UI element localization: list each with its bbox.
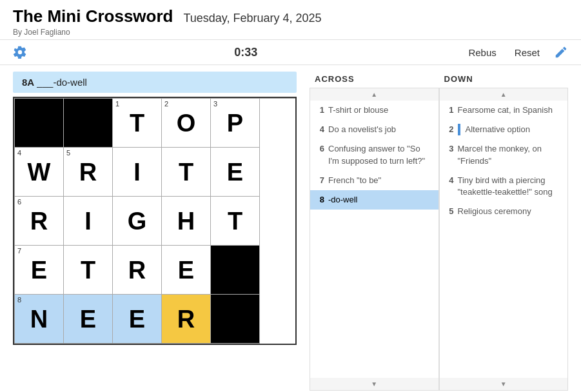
- cell-letter: W: [28, 160, 51, 184]
- clue-number: 8: [315, 194, 324, 206]
- across-scroll-down[interactable]: ▼: [310, 378, 439, 391]
- cell-letter: I: [133, 160, 141, 184]
- crossword-grid[interactable]: 1T2O3P4W5RITE6RIGHT7ETRE8NEER: [13, 97, 297, 345]
- cell-letter: N: [30, 307, 48, 331]
- clue-number: 3: [445, 143, 454, 155]
- timer: 0:33: [234, 46, 257, 59]
- clue-number: 4: [315, 124, 324, 135]
- across-clue-6[interactable]: 6Confusing answer to "So I'm supposed to…: [310, 139, 438, 170]
- clue-text: T-shirt or blouse: [328, 104, 433, 116]
- grid-cell-2-1[interactable]: I: [64, 197, 113, 246]
- cell-letter: I: [84, 209, 92, 233]
- grid-cell-2-0[interactable]: 6R: [15, 197, 64, 246]
- across-panel: ACROSS ▲ 1T-shirt or blouse4Do a novelis…: [310, 72, 439, 392]
- cell-letter: T: [179, 160, 193, 184]
- cell-number: 2: [164, 101, 168, 108]
- header: The Mini Crossword Tuesday, February 4, …: [0, 0, 581, 65]
- cell-number: 1: [115, 101, 119, 108]
- rebus-button[interactable]: Rebus: [464, 46, 500, 59]
- cell-letter: O: [177, 111, 196, 135]
- toolbar-left: [13, 45, 27, 59]
- cell-letter: T: [130, 111, 144, 135]
- grid-cell-0-3[interactable]: 2O: [162, 99, 211, 148]
- cell-number: 5: [66, 150, 70, 157]
- grid-cell-3-2[interactable]: R: [113, 246, 162, 295]
- grid-cell-3-0[interactable]: 7E: [15, 246, 64, 295]
- down-clue-3[interactable]: 3Marcel the monkey, on "Friends": [440, 139, 568, 170]
- clue-text: Tiny bird with a piercing "teakettle-tea…: [458, 175, 563, 198]
- across-clue-7[interactable]: 7French "to be": [310, 171, 438, 190]
- cell-letter: R: [128, 258, 146, 282]
- grid-cell-0-2[interactable]: 1T: [113, 99, 162, 148]
- grid-cell-2-4[interactable]: T: [211, 197, 260, 246]
- across-clue-8[interactable]: 8-do-well: [310, 190, 438, 210]
- clue-number: 5: [445, 206, 454, 217]
- cell-letter: T: [81, 258, 95, 282]
- grid-cell-4-4: [211, 295, 260, 344]
- clue-text: French "to be": [328, 175, 433, 186]
- clue-number: 2: [445, 124, 454, 135]
- down-clue-4[interactable]: 4Tiny bird with a piercing "teakettle-te…: [440, 171, 568, 202]
- clue-active-bar: [458, 124, 460, 135]
- cell-letter: H: [177, 209, 195, 233]
- grid-cell-2-3[interactable]: H: [162, 197, 211, 246]
- across-clue-4[interactable]: 4Do a novelist's job: [310, 120, 438, 139]
- clue-number: 1: [315, 104, 324, 116]
- clue-banner: 8A ___-do-well: [13, 72, 297, 93]
- grid-cell-4-1[interactable]: E: [64, 295, 113, 344]
- cell-letter: T: [228, 209, 242, 233]
- cell-letter: R: [79, 160, 97, 184]
- grid-cell-4-2[interactable]: E: [113, 295, 162, 344]
- grid-cell-2-2[interactable]: G: [113, 197, 162, 246]
- main-content: 8A ___-do-well 1T2O3P4W5RITE6RIGHT7ETRE8…: [0, 65, 581, 392]
- grid-cell-4-0[interactable]: 8N: [15, 295, 64, 344]
- across-scroll-up[interactable]: ▲: [310, 88, 439, 101]
- clue-text: Marcel the monkey, on "Friends": [458, 143, 563, 166]
- settings-icon[interactable]: [13, 45, 27, 59]
- cell-number: 4: [17, 150, 21, 157]
- grid-cell-0-1: [64, 99, 113, 148]
- grid-cell-3-3[interactable]: E: [162, 246, 211, 295]
- grid-cell-1-4[interactable]: E: [211, 148, 260, 197]
- cell-letter: E: [227, 160, 243, 184]
- clue-panels: ACROSS ▲ 1T-shirt or blouse4Do a novelis…: [310, 72, 568, 392]
- reset-button[interactable]: Reset: [511, 46, 544, 59]
- cell-letter: E: [129, 307, 145, 331]
- puzzle-date: Tuesday, February 4, 2025: [183, 12, 321, 25]
- down-scroll-down[interactable]: ▼: [439, 378, 569, 391]
- clue-text: -do-well: [328, 194, 433, 206]
- clue-text: Religious ceremony: [458, 206, 563, 217]
- clue-number: 6: [315, 143, 324, 155]
- down-clue-list: 1Fearsome cat, in Spanish2Alternative op…: [440, 101, 568, 221]
- grid-cell-4-3[interactable]: R: [162, 295, 211, 344]
- grid-cell-1-0[interactable]: 4W: [15, 148, 64, 197]
- grid-cell-1-1[interactable]: 5R: [64, 148, 113, 197]
- grid-cell-1-3[interactable]: T: [162, 148, 211, 197]
- grid-cell-0-4[interactable]: 3P: [211, 99, 260, 148]
- cell-number: 7: [17, 248, 21, 255]
- cell-letter: P: [227, 111, 243, 135]
- grid-cell-3-1[interactable]: T: [64, 246, 113, 295]
- cell-letter: G: [128, 209, 147, 233]
- down-clue-5[interactable]: 5Religious ceremony: [440, 202, 568, 221]
- clue-text: Fearsome cat, in Spanish: [458, 104, 563, 116]
- grid-cell-1-2[interactable]: I: [113, 148, 162, 197]
- cell-letter: R: [30, 209, 48, 233]
- clue-text: Alternative option: [466, 124, 563, 135]
- across-clue-list: 1T-shirt or blouse4Do a novelist's job6C…: [310, 101, 438, 210]
- byline: By Joel Fagliano: [13, 28, 568, 37]
- down-clue-1[interactable]: 1Fearsome cat, in Spanish: [440, 101, 568, 120]
- cell-letter: R: [177, 307, 195, 331]
- grid-cell-3-4: [211, 246, 260, 295]
- toolbar: 0:33 Rebus Reset: [0, 40, 581, 65]
- down-clue-list-container: 1Fearsome cat, in Spanish2Alternative op…: [439, 101, 569, 378]
- clue-banner-text-val: ___-do-well: [37, 77, 87, 88]
- clue-banner-number: 8A: [22, 77, 34, 88]
- cell-number: 8: [17, 297, 21, 304]
- down-scroll-up[interactable]: ▲: [439, 88, 569, 101]
- grid[interactable]: 1T2O3P4W5RITE6RIGHT7ETRE8NEER: [14, 98, 295, 344]
- down-clue-2[interactable]: 2Alternative option: [440, 120, 568, 139]
- pencil-icon[interactable]: [554, 45, 568, 59]
- puzzle-area: 8A ___-do-well 1T2O3P4W5RITE6RIGHT7ETRE8…: [13, 72, 297, 392]
- across-clue-1[interactable]: 1T-shirt or blouse: [310, 101, 438, 120]
